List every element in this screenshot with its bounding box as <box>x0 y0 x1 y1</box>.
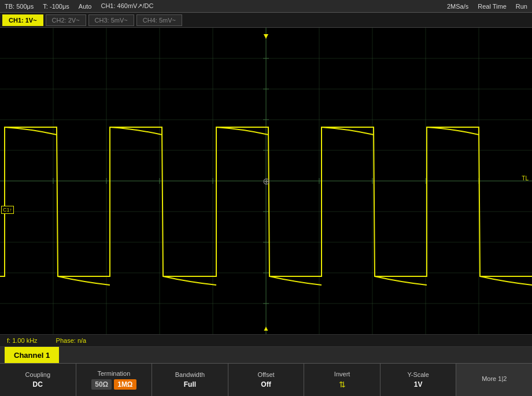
sample-rate-display: 2MSa/s <box>447 3 468 10</box>
scope-display: ▼ C1↑ TL ⊕ ▲ <box>0 28 532 334</box>
channel-label-row: Channel 1 <box>0 347 532 363</box>
yscale-value: 1V <box>414 380 423 388</box>
tab-ch4[interactable]: CH4: 5mV~ <box>136 14 182 26</box>
mode-display: Auto <box>79 3 92 10</box>
tl-marker: TL <box>522 175 529 182</box>
top-status-bar: TB: 500μs T: -100μs Auto CH1: 460mV↗/DC … <box>0 0 532 13</box>
tab-ch1[interactable]: CH1: 1V~ <box>2 14 43 26</box>
channel-label: Channel 1 <box>5 347 59 363</box>
coupling-label: Coupling <box>25 371 50 378</box>
more-label: More 1|2 <box>482 375 507 382</box>
offset-label: Offset <box>257 371 274 378</box>
yscale-button[interactable]: Y-Scale 1V <box>380 364 457 396</box>
termination-50ohm[interactable]: 50Ω <box>91 379 112 390</box>
bottom-controls: Channel 1 Coupling DC Termination 50Ω 1M… <box>0 347 532 396</box>
run-state-display: Run <box>516 3 527 10</box>
termination-options: 50Ω 1MΩ <box>91 379 136 390</box>
timebase-display: TB: 500μs <box>5 3 34 10</box>
bandwidth-label: Bandwidth <box>175 371 205 378</box>
bottom-trigger-marker: ▲ <box>263 324 269 332</box>
acq-mode-display: Real Time <box>478 3 507 10</box>
trigger-marker: ▼ <box>262 31 270 40</box>
invert-icon: ⇅ <box>339 380 346 389</box>
ch1-level-marker: C1↑ <box>1 206 14 214</box>
ch1-display: CH1: 460mV↗/DC <box>101 2 153 10</box>
termination-button[interactable]: Termination 50Ω 1MΩ <box>76 364 153 396</box>
termination-label: Termination <box>97 370 130 377</box>
invert-label: Invert <box>334 371 350 378</box>
invert-button[interactable]: Invert ⇅ <box>304 364 380 396</box>
crosshair: ⊕ <box>263 176 270 187</box>
offset-button[interactable]: Offset Off <box>228 364 305 396</box>
phase-display: Phase: n/a <box>56 337 87 344</box>
coupling-button[interactable]: Coupling DC <box>0 364 76 396</box>
tab-ch3[interactable]: CH3: 5mV~ <box>88 14 134 26</box>
more-button[interactable]: More 1|2 <box>456 364 532 396</box>
control-buttons: Coupling DC Termination 50Ω 1MΩ Bandwidt… <box>0 363 532 396</box>
trigger-time-display: T: -100μs <box>43 3 69 10</box>
channel-tabs: CH1: 1V~ CH2: 2V~ CH3: 5mV~ CH4: 5mV~ <box>0 13 532 28</box>
bandwidth-button[interactable]: Bandwidth Full <box>152 364 228 396</box>
tab-ch2[interactable]: CH2: 2V~ <box>46 14 86 26</box>
yscale-label: Y-Scale <box>407 371 429 378</box>
info-bar: f: 1.00 kHz Phase: n/a <box>0 334 532 347</box>
coupling-value: DC <box>33 380 43 388</box>
offset-value: Off <box>261 380 271 388</box>
termination-1mohm[interactable]: 1MΩ <box>114 379 136 390</box>
bandwidth-value: Full <box>184 380 196 388</box>
frequency-display: f: 1.00 kHz <box>7 337 38 344</box>
